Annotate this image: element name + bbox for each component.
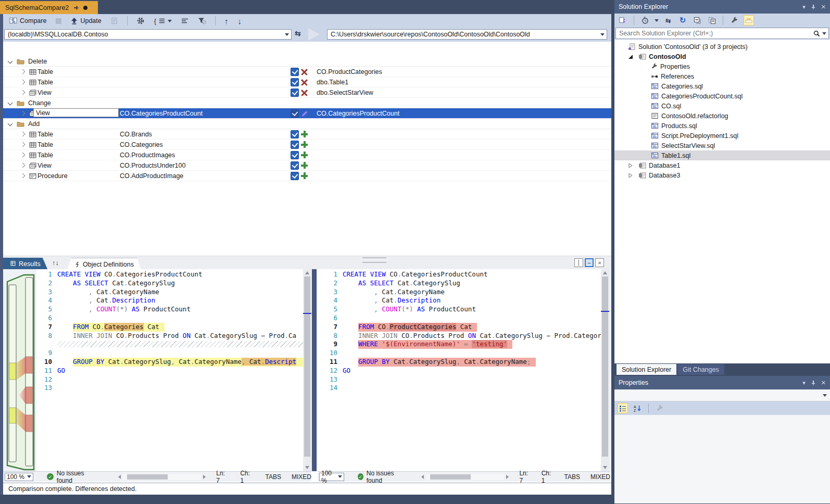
code-line[interactable]: 12 bbox=[36, 375, 303, 384]
previous-difference-button[interactable]: ↑ bbox=[222, 16, 231, 27]
object-type-editbox[interactable]: View bbox=[33, 108, 119, 117]
tree-item-properties[interactable]: Properties bbox=[614, 61, 830, 71]
vertical-split-button[interactable]: │ bbox=[574, 258, 583, 267]
pin-icon[interactable] bbox=[73, 5, 79, 11]
include-checkbox[interactable] bbox=[291, 140, 299, 149]
tree-item-co-sql[interactable]: CO.sql bbox=[614, 101, 830, 111]
diff-overview-minimap[interactable] bbox=[6, 273, 35, 471]
pending-changes-filter-button[interactable] bbox=[640, 15, 650, 26]
switch-views-button[interactable]: ⇆ bbox=[663, 15, 673, 26]
code-line[interactable]: 4 , Cat.Description bbox=[318, 296, 601, 305]
expand-icon[interactable] bbox=[21, 160, 24, 170]
code-line[interactable]: 8 INNER JOIN CO.Products Prod ON Cat.Cat… bbox=[318, 332, 601, 341]
collapse-pane-button[interactable]: » bbox=[595, 258, 604, 267]
table-row[interactable]: ProcedureCO.AddProductImage bbox=[3, 171, 611, 181]
tree-item-selectstarview-sql[interactable]: SelectStarView.sql bbox=[614, 141, 830, 150]
code-line[interactable]: 9 WHERE '$(EnvironmentName)' = 'testing' bbox=[318, 340, 601, 349]
code-line[interactable]: 8 INNER JOIN CO.Products Prod ON Cat.Cat… bbox=[36, 332, 303, 341]
code-line[interactable]: 3 , Cat.CategoryName bbox=[36, 288, 303, 297]
expander-icon[interactable] bbox=[628, 54, 633, 59]
search-input[interactable] bbox=[616, 30, 811, 37]
properties-titlebar[interactable]: Properties ▾ ✕ bbox=[614, 376, 830, 389]
code-line[interactable]: 3 , Cat.CategoryName bbox=[318, 288, 601, 297]
pin-icon[interactable] bbox=[811, 4, 816, 10]
include-checkbox[interactable] bbox=[291, 171, 299, 181]
update-button[interactable]: Update bbox=[69, 16, 103, 26]
tree-item-products-sql[interactable]: Products.sql bbox=[614, 121, 830, 131]
tree-item-contosoold-refactorlog[interactable]: ContosoOld.refactorlog bbox=[614, 111, 830, 121]
expand-icon[interactable] bbox=[21, 171, 24, 181]
group-row-change[interactable]: Change bbox=[3, 98, 611, 108]
sort-results-button[interactable]: ↑↓ bbox=[52, 259, 59, 267]
tree-item-table1-sql[interactable]: Table1.sql bbox=[614, 150, 830, 160]
close-icon[interactable]: ✕ bbox=[821, 380, 826, 386]
horizontal-split-button[interactable]: – bbox=[585, 258, 594, 267]
include-checkbox[interactable] bbox=[291, 160, 299, 170]
code-line[interactable]: 14 bbox=[318, 384, 601, 393]
tab-results[interactable]: Results bbox=[3, 258, 48, 270]
left-vertical-scrollbar[interactable] bbox=[303, 269, 311, 471]
expand-icon[interactable] bbox=[21, 129, 24, 139]
pane-splitter[interactable] bbox=[312, 269, 317, 471]
preview-selected-items-toggle[interactable] bbox=[744, 15, 754, 26]
code-line[interactable]: 10 bbox=[318, 349, 601, 358]
tree-item-database3[interactable]: Database3 bbox=[614, 170, 830, 180]
tree-item-database1[interactable]: Database1 bbox=[614, 160, 830, 170]
compare-button[interactable]: Compare bbox=[7, 16, 48, 26]
group-by-button[interactable]: { bbox=[152, 16, 174, 26]
sync-with-active-document-button[interactable] bbox=[618, 15, 628, 26]
expand-icon[interactable] bbox=[21, 108, 24, 118]
properties-object-combobox[interactable] bbox=[614, 389, 830, 401]
code-line[interactable]: 11GO bbox=[36, 367, 303, 375]
expand-icon[interactable] bbox=[21, 140, 24, 149]
next-difference-button[interactable]: ↓ bbox=[236, 16, 244, 27]
include-checkbox[interactable] bbox=[291, 129, 299, 139]
code-line[interactable]: 11 GROUP BY Cat.CategorySlug, Cat.Catego… bbox=[318, 358, 601, 367]
collapse-icon[interactable] bbox=[8, 56, 12, 66]
group-row-add[interactable]: Add bbox=[3, 119, 611, 129]
left-horizontal-scrollbar[interactable] bbox=[118, 474, 206, 480]
right-vertical-scrollbar[interactable] bbox=[601, 269, 609, 471]
tree-item-categories-sql[interactable]: Categories.sql bbox=[614, 81, 830, 91]
pin-icon[interactable] bbox=[811, 380, 816, 386]
group-row-delete[interactable]: Delete bbox=[3, 56, 611, 67]
window-menu-icon[interactable]: ▾ bbox=[802, 380, 806, 386]
code-line[interactable]: 7 FROM CO.ProductCategories Cat bbox=[318, 323, 601, 332]
code-line[interactable]: 12GO bbox=[318, 367, 601, 375]
expander-icon[interactable] bbox=[628, 163, 633, 168]
target-code-pane[interactable]: 1CREATE VIEW CO.CategoriesProductCount2 … bbox=[318, 269, 601, 471]
include-checkbox[interactable] bbox=[291, 108, 299, 118]
table-row[interactable]: ViewCO.CategoriesProductCountCO.Categori… bbox=[3, 108, 611, 119]
tree-item-solution-contosoold-3-of-3-projects-[interactable]: Solution 'ContosoOld' (3 of 3 projects) bbox=[614, 42, 830, 52]
source-code-pane[interactable]: 1CREATE VIEW CO.CategoriesProductCount2 … bbox=[36, 269, 303, 471]
tree-item-script-predeployment1-sql[interactable]: Script.PreDeployment1.sql bbox=[614, 131, 830, 141]
table-row[interactable]: Viewdbo.SelectStarView bbox=[3, 87, 611, 98]
properties-wrench-button[interactable] bbox=[729, 15, 739, 26]
code-line[interactable]: 6 bbox=[318, 314, 601, 323]
tree-item-references[interactable]: References bbox=[614, 71, 830, 81]
code-line[interactable]: 10 GROUP BY Cat.CategorySlug, Cat.Catego… bbox=[36, 358, 303, 367]
collapse-all-button[interactable] bbox=[692, 15, 702, 26]
sort-button[interactable] bbox=[179, 17, 191, 25]
collapse-icon[interactable] bbox=[8, 98, 12, 108]
close-icon[interactable]: ✕ bbox=[821, 4, 826, 10]
include-checkbox[interactable] bbox=[291, 150, 299, 160]
right-horizontal-scrollbar[interactable] bbox=[421, 474, 509, 480]
code-line[interactable]: 1CREATE VIEW CO.CategoriesProductCount bbox=[318, 270, 601, 279]
right-zoom-select[interactable]: 100 % bbox=[319, 473, 344, 481]
code-line[interactable]: 6 bbox=[36, 314, 303, 323]
table-row[interactable]: TableCO.ProductImages bbox=[3, 150, 611, 160]
collapse-icon[interactable] bbox=[8, 119, 12, 129]
include-checkbox[interactable] bbox=[291, 77, 299, 87]
chevron-down-icon[interactable] bbox=[822, 32, 826, 35]
tree-item-categoriesproductcount-sql[interactable]: CategoriesProductCount.sql bbox=[614, 91, 830, 101]
source-combobox[interactable]: (localdb)\MSSQLLocalDB.Contoso bbox=[4, 29, 292, 40]
code-line[interactable]: 5 , COUNT(*) AS ProductCount bbox=[36, 305, 303, 314]
table-row[interactable]: TableCO.ProductCategories bbox=[3, 67, 611, 77]
tab-solution-explorer[interactable]: Solution Explorer bbox=[617, 364, 676, 375]
alphabetical-sort-button[interactable]: AZ bbox=[632, 403, 643, 413]
code-line[interactable]: 1CREATE VIEW CO.CategoriesProductCount bbox=[36, 270, 303, 279]
categorized-button[interactable] bbox=[618, 403, 628, 413]
table-row[interactable]: Tabledbo.Table1 bbox=[3, 77, 611, 87]
expand-icon[interactable] bbox=[21, 77, 24, 87]
